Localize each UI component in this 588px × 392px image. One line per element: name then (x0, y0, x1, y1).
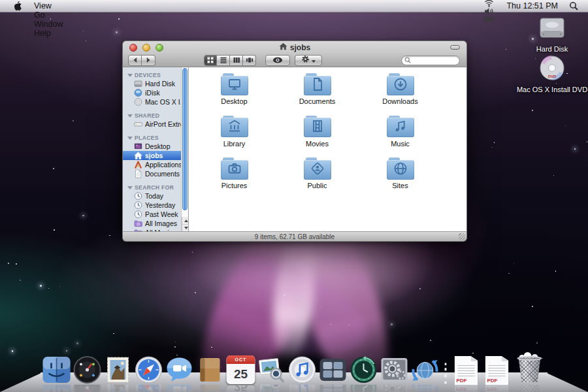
home-icon (279, 42, 287, 52)
forward-button[interactable] (142, 55, 155, 66)
apple-menu-icon[interactable] (7, 0, 27, 12)
sidebar-item-sjobs[interactable]: sjobs (123, 151, 181, 160)
folder-public[interactable]: Public (276, 155, 359, 198)
desktop-icon-install-dvd[interactable]: DVD Mac OS X Install DVD (515, 55, 588, 93)
dock-ical-icon[interactable]: OCT25OCT25 (226, 355, 256, 385)
folder-movies[interactable]: Movies (276, 114, 359, 156)
quick-look-button[interactable] (265, 55, 290, 66)
view-mode-column-view[interactable] (230, 55, 243, 66)
sidebar-item-today[interactable]: Today (123, 191, 181, 201)
sidebar-scrollbar[interactable] (181, 67, 188, 231)
sidebar-item-label: Documents (145, 170, 180, 178)
sidebar-section-devices[interactable]: DEVICES (123, 71, 181, 79)
scroll-down-button[interactable] (182, 224, 189, 231)
sidebar-item-desktop[interactable]: Desktop (123, 142, 181, 151)
dock-dashboard-icon[interactable] (73, 355, 103, 385)
folder-downloads[interactable]: Downloads (359, 71, 442, 114)
sidebar-item-yesterday[interactable]: Yesterday (123, 201, 181, 210)
dock-system-preferences-icon[interactable] (380, 355, 410, 385)
dock-preview-icon[interactable] (257, 355, 287, 385)
menu-window[interactable]: Window (27, 20, 69, 29)
dock-time-machine-icon[interactable] (349, 355, 379, 385)
menu-go[interactable]: Go (27, 10, 69, 20)
dock-ichat-icon[interactable] (165, 355, 195, 385)
title-bar[interactable]: sjobs (123, 41, 466, 54)
sidebar: DEVICESHard DiskiDiskMac OS X I...SHARED… (123, 67, 189, 231)
scrollbar-thumb[interactable] (182, 68, 188, 210)
disclosure-triangle-icon[interactable] (127, 114, 133, 118)
clock-s-icon (134, 210, 142, 219)
dock-pdf-document-2-icon[interactable]: PDFPDF (482, 355, 512, 385)
view-mode-icon-view[interactable] (204, 55, 217, 66)
status-bar: 9 items, 62.71 GB available (122, 231, 467, 242)
disclosure-triangle-icon[interactable] (127, 137, 133, 140)
scroll-up-button[interactable] (182, 217, 189, 224)
menu-clock[interactable]: Thu 12:51 PM (501, 1, 563, 10)
dock-pdf-document-1-icon[interactable]: PDFPDF (451, 355, 482, 385)
g-camera-glyph (227, 161, 242, 179)
sidebar-item-applications[interactable]: Applications (123, 160, 181, 169)
dock-separator (441, 359, 451, 385)
resize-grip[interactable] (459, 233, 465, 240)
back-button[interactable] (128, 55, 142, 66)
dock-itunes-icon[interactable] (287, 355, 318, 385)
minimize-button[interactable] (142, 44, 150, 52)
view-mode-list-view[interactable] (217, 55, 230, 66)
folder-sites[interactable]: Sites (359, 155, 442, 198)
sidebar-section-shared[interactable]: SHARED (123, 111, 181, 120)
menu-help[interactable]: Help (27, 29, 69, 38)
g-person-glyph (310, 161, 325, 179)
sidebar-item-mac-os-x-i-[interactable]: Mac OS X I... (123, 97, 181, 106)
sidebar-item-documents[interactable]: Documents (123, 169, 181, 178)
sidebar-item-label: iDisk (145, 89, 160, 97)
folder-icon (387, 73, 414, 95)
dock-safari-icon[interactable] (134, 355, 164, 385)
file-browser-area: DesktopDocumentsDownloadsLibraryMoviesMu… (189, 67, 466, 231)
window-title: sjobs (279, 42, 310, 52)
folder-label: Sites (392, 182, 408, 189)
volume-icon[interactable] (480, 7, 500, 16)
view-mode-coverflow-view[interactable] (243, 55, 256, 66)
disclosure-triangle-icon[interactable] (127, 186, 133, 189)
dvd-disc-icon: DVD (539, 55, 565, 84)
folder-documents[interactable]: Documents (276, 71, 359, 114)
disclosure-triangle-icon[interactable] (127, 74, 133, 77)
folder-icon (304, 157, 331, 180)
action-menu-button[interactable] (295, 55, 322, 66)
dock-finder-icon[interactable] (42, 355, 72, 385)
search-field[interactable] (401, 56, 460, 65)
sidebar-item-hard-disk[interactable]: Hard Disk (123, 79, 181, 88)
apps-s-icon (134, 161, 142, 169)
sidebar-section-search-for[interactable]: SEARCH FOR (123, 183, 181, 191)
search-input[interactable] (412, 57, 454, 64)
sidebar-item-airport-extreme[interactable]: AirPort Extreme (123, 120, 181, 129)
pdf-badge: PDF (457, 378, 467, 384)
sidebar-item-past-week[interactable]: Past Week (123, 210, 181, 219)
folder-icon (221, 73, 248, 95)
zoom-button[interactable] (155, 44, 163, 52)
dock-mail-icon[interactable] (103, 355, 133, 385)
dock: OCT25OCT25PDFPDFPDFPDF (0, 345, 588, 392)
menu-view[interactable]: View (27, 1, 69, 10)
close-button[interactable] (129, 44, 137, 52)
sidebar-item-idisk[interactable]: iDisk (123, 88, 181, 97)
wifi-icon[interactable] (480, 0, 500, 7)
dock-address-book-icon[interactable] (195, 355, 225, 385)
dock-software-update-icon[interactable] (410, 355, 440, 385)
desktop-icon-label: Hard Disk (536, 45, 568, 53)
folder-desktop[interactable]: Desktop (193, 71, 276, 114)
dock-spaces-icon[interactable] (318, 355, 348, 385)
sidebar-section-places[interactable]: PLACES (123, 133, 181, 142)
desktop-icon-hard-disk[interactable]: Hard Disk (519, 17, 585, 53)
spotlight-icon[interactable] (564, 0, 583, 12)
sidebar-item-all-images[interactable]: All Images (123, 219, 181, 228)
sidebar-item-label: Hard Disk (145, 80, 175, 88)
drive-s-icon (134, 80, 142, 88)
folder-library[interactable]: Library (193, 114, 276, 156)
battery-icon[interactable] (480, 16, 500, 23)
folder-music[interactable]: Music (359, 114, 442, 156)
sidebar-item-label: Mac OS X I... (145, 98, 181, 106)
hide-toolbar-button[interactable] (450, 45, 460, 50)
folder-pictures[interactable]: Pictures (193, 155, 276, 198)
dock-trash-icon[interactable] (513, 351, 547, 385)
